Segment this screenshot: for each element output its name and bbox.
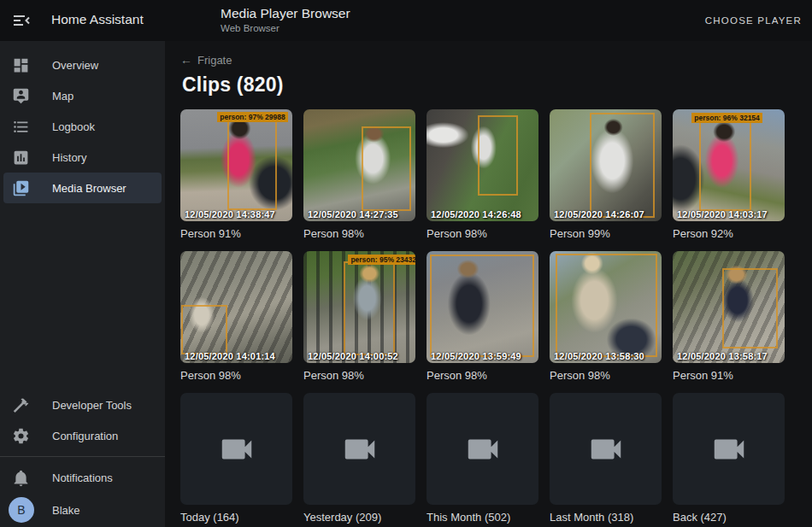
clip-cell: 12/05/2020 13:59:49 Person 98%: [427, 251, 538, 382]
clip-cell: 12/05/2020 13:58:17 Person 91%: [673, 251, 785, 382]
clip-timestamp: 12/05/2020 14:26:48: [431, 209, 521, 220]
sidebar-item-label: Logbook: [52, 120, 95, 133]
breadcrumb-label: Frigate: [197, 54, 232, 67]
clip-timestamp: 12/05/2020 13:58:17: [677, 351, 768, 361]
page-title: Clips (820): [182, 73, 812, 97]
page-subtitle: Web Browser: [221, 23, 350, 33]
clip-thumbnail[interactable]: 12/05/2020 14:26:07: [550, 109, 662, 221]
bell-icon: [12, 469, 30, 487]
clip-thumbnail[interactable]: 12/05/2020 13:58:17: [673, 251, 785, 363]
clip-cell: person: 95% 23432 12/05/2020 14:00:52 Pe…: [303, 251, 415, 382]
folder-caption: Today (164): [180, 511, 292, 524]
video-icon: [709, 430, 749, 469]
detection-label: person: 97% 29988: [217, 112, 288, 122]
top-app-bar: Home Assistant Media Player Browser Web …: [0, 0, 812, 41]
sidebar-item-logbook[interactable]: Logbook: [3, 111, 162, 142]
detection-box: [362, 126, 411, 212]
clip-caption: Person 98%: [180, 369, 292, 382]
folder-this-month[interactable]: [427, 393, 538, 505]
avatar: B: [9, 497, 34, 523]
detection-box: [722, 268, 779, 348]
clip-thumbnail[interactable]: 12/05/2020 14:01:14: [180, 251, 292, 363]
clip-timestamp: 12/05/2020 14:27:35: [308, 209, 398, 220]
video-icon: [340, 430, 380, 469]
clip-caption: Person 98%: [550, 369, 662, 382]
sidebar-item-label: Map: [52, 90, 74, 102]
list-bulleted-icon: [12, 118, 30, 136]
clip-thumbnail[interactable]: 12/05/2020 14:27:35: [303, 109, 415, 221]
clip-thumbnail[interactable]: 12/05/2020 13:58:30: [550, 251, 662, 363]
sidebar-item-map[interactable]: Map: [3, 80, 162, 111]
back-arrow-icon: [180, 53, 192, 67]
clip-timestamp: 12/05/2020 14:01:14: [185, 351, 275, 361]
clip-thumbnail[interactable]: person: 95% 23432 12/05/2020 14:00:52: [303, 251, 415, 363]
folder-yesterday[interactable]: [303, 393, 415, 505]
media-browser-content: Frigate Clips (820) person: 97% 29988 12…: [165, 41, 812, 527]
detection-box: [556, 254, 657, 358]
sidebar-item-label: Developer Tools: [52, 399, 132, 412]
profile-name: Blake: [52, 504, 80, 517]
sidebar-item-notifications[interactable]: Notifications: [3, 462, 162, 493]
page-header: Media Player Browser Web Browser: [221, 6, 350, 33]
choose-player-button[interactable]: CHOOSE PLAYER: [705, 0, 802, 41]
sidebar-item-configuration[interactable]: Configuration: [3, 420, 162, 451]
detection-box: [590, 113, 655, 218]
folder-caption: Back (427): [673, 511, 785, 524]
sidebar-item-profile[interactable]: B Blake: [3, 493, 162, 527]
sidebar-item-label: Configuration: [52, 430, 118, 442]
clip-caption: Person 98%: [427, 369, 538, 382]
breadcrumb-back[interactable]: Frigate: [180, 53, 232, 67]
clip-thumbnail[interactable]: 12/05/2020 13:59:49: [427, 251, 538, 363]
detection-box: [430, 255, 534, 358]
folder-caption: This Month (502): [427, 511, 538, 524]
clip-cell: 12/05/2020 13:58:30 Person 98%: [550, 251, 662, 382]
detection-box: [227, 118, 277, 209]
clips-grid: person: 97% 29988 12/05/2020 14:38:47 Pe…: [180, 109, 812, 524]
clip-timestamp: 12/05/2020 13:58:30: [554, 351, 644, 361]
detection-label: person: 96% 32154: [691, 113, 762, 123]
clip-timestamp: 12/05/2020 14:03:17: [677, 209, 768, 220]
sidebar-divider: [0, 456, 165, 457]
clip-cell: 12/05/2020 14:26:48 Person 98%: [427, 109, 538, 240]
sidebar-item-history[interactable]: History: [3, 142, 162, 173]
folder-back[interactable]: [673, 393, 785, 505]
video-icon: [217, 430, 256, 469]
sidebar: Overview Map Logbook History Media Brows…: [0, 41, 165, 527]
clip-cell: 12/05/2020 14:26:07 Person 99%: [550, 109, 662, 240]
video-icon: [463, 430, 503, 469]
sidebar-item-developer-tools[interactable]: Developer Tools: [3, 389, 162, 420]
folder-cell: Today (164): [180, 393, 292, 524]
clip-caption: Person 99%: [550, 227, 662, 240]
gear-icon: [12, 427, 30, 445]
folder-today[interactable]: [180, 393, 292, 505]
clip-cell: person: 97% 29988 12/05/2020 14:38:47 Pe…: [180, 109, 292, 240]
chart-box-icon: [12, 149, 30, 167]
detection-label: person: 95% 23432: [348, 255, 415, 265]
sidebar-item-overview[interactable]: Overview: [3, 50, 162, 80]
sidebar-item-media-browser[interactable]: Media Browser: [3, 173, 162, 203]
clip-thumbnail[interactable]: person: 97% 29988 12/05/2020 14:38:47: [180, 109, 292, 221]
clip-cell: 12/05/2020 14:01:14 Person 98%: [180, 251, 292, 382]
clip-caption: Person 98%: [303, 227, 415, 240]
sidebar-toggle-icon[interactable]: [11, 10, 32, 31]
clip-thumbnail[interactable]: person: 96% 32154 12/05/2020 14:03:17: [673, 109, 785, 221]
folder-caption: Last Month (318): [550, 511, 662, 524]
account-tooltip-icon: [12, 87, 30, 105]
folder-last-month[interactable]: [550, 393, 662, 505]
detection-box: [478, 115, 518, 196]
clip-caption: Person 98%: [303, 369, 415, 382]
clip-timestamp: 12/05/2020 13:59:49: [431, 351, 521, 361]
clip-timestamp: 12/05/2020 14:26:07: [554, 209, 644, 220]
sidebar-spacer: [0, 203, 165, 389]
app-title: Home Assistant: [51, 12, 144, 27]
detection-box: [181, 305, 227, 354]
clip-caption: Person 98%: [427, 227, 538, 240]
clip-cell: person: 96% 32154 12/05/2020 14:03:17 Pe…: [673, 109, 785, 240]
clip-caption: Person 92%: [673, 227, 785, 240]
sidebar-item-label: Notifications: [52, 471, 113, 484]
sidebar-item-label: History: [52, 151, 86, 164]
clip-thumbnail[interactable]: 12/05/2020 14:26:48: [427, 109, 538, 221]
sidebar-item-label: Media Browser: [52, 182, 127, 195]
page-title: Media Player Browser: [221, 6, 350, 21]
folder-caption: Yesterday (209): [303, 511, 415, 524]
